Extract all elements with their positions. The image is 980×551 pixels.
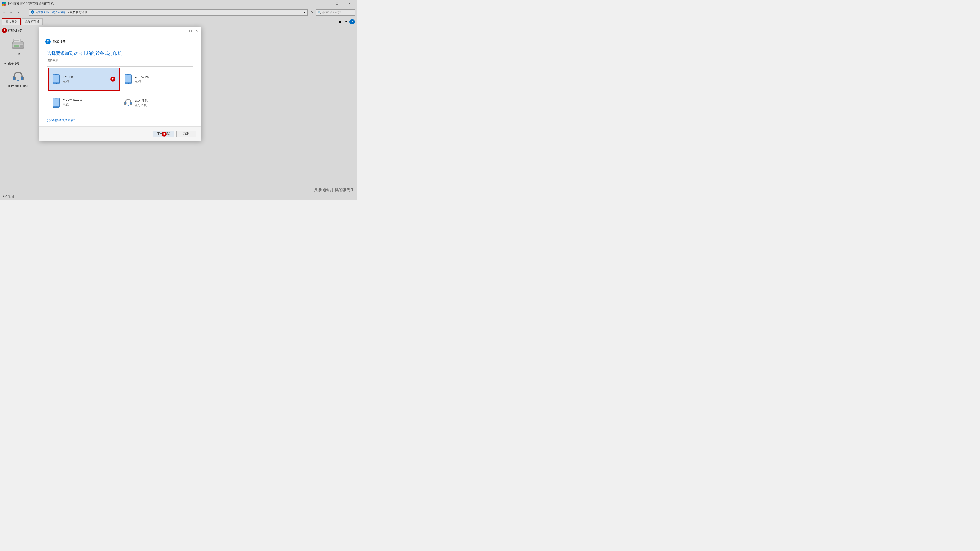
svg-point-28 <box>56 83 57 84</box>
modal-main-title: 选择要添加到这台电脑的设备或打印机 <box>47 51 193 56</box>
modal-minimize-button[interactable]: — <box>181 28 187 34</box>
svg-rect-29 <box>55 75 57 75</box>
iphone-item[interactable]: iPhone 电话 2 <box>48 68 120 91</box>
oppo-reno-info: OPPO Reno2 Z 电话 <box>63 98 85 107</box>
modal-titlebar: — ☐ ✕ <box>39 27 201 35</box>
svg-rect-37 <box>53 98 59 106</box>
oppo-reno-item[interactable]: OPPO Reno2 Z 电话 <box>48 91 120 114</box>
oppo-a52-item[interactable]: OPPO A52 电话 <box>120 68 192 91</box>
cancel-button[interactable]: 取消 <box>177 130 196 137</box>
svg-rect-43 <box>130 102 132 104</box>
oppo-a52-icon <box>124 74 132 84</box>
oppo-reno-icon <box>52 97 60 108</box>
oppo-a52-name: OPPO A52 <box>135 75 151 79</box>
bt-headphone-type: 蓝牙耳机 <box>135 103 148 107</box>
bt-headphone-icon <box>124 97 132 108</box>
svg-rect-32 <box>126 75 131 82</box>
cancel-button-label: 取消 <box>183 132 189 135</box>
oppo-a52-info: OPPO A52 电话 <box>135 75 151 83</box>
modal-header-title: 添加设备 <box>53 40 66 44</box>
bt-headphone-info: 蓝牙耳机 蓝牙耳机 <box>135 98 148 107</box>
iphone-info: iPhone 电话 <box>63 75 73 83</box>
modal-header: ⚙ 添加设备 <box>39 35 201 46</box>
svg-rect-39 <box>55 98 57 98</box>
step2-number: 2 <box>110 77 115 81</box>
oppo-reno-name: OPPO Reno2 Z <box>63 98 85 102</box>
add-device-modal: — ☐ ✕ ⚙ 添加设备 选择要添加到这台电脑的设备或打印机 选择设备 <box>39 27 201 141</box>
oppo-reno-type: 电话 <box>63 103 85 107</box>
iphone-icon <box>52 74 60 84</box>
modal-header-icon: ⚙ <box>45 39 51 44</box>
iphone-name: iPhone <box>63 75 73 79</box>
iphone-type: 电话 <box>63 79 73 83</box>
bt-headphone-name: 蓝牙耳机 <box>135 98 148 103</box>
step3-number: 3 <box>162 132 167 137</box>
svg-rect-41 <box>125 102 126 104</box>
modal-overlay: — ☐ ✕ ⚙ 添加设备 选择要添加到这台电脑的设备或打印机 选择设备 <box>0 0 357 200</box>
modal-subtitle: 选择设备 <box>47 58 193 62</box>
modal-footer: 下一步(N) 取消 3 <box>39 126 201 141</box>
devices-list: iPhone 电话 2 <box>47 67 193 115</box>
svg-rect-34 <box>127 75 129 75</box>
bt-headphone-item[interactable]: 蓝牙耳机 蓝牙耳机 <box>120 91 192 114</box>
svg-point-38 <box>56 106 57 107</box>
modal-body: 选择要添加到这台电脑的设备或打印机 选择设备 <box>39 46 201 126</box>
svg-point-33 <box>128 83 129 84</box>
modal-close-button[interactable]: ✕ <box>194 28 200 34</box>
not-found-link[interactable]: 找不到要查找的内容? <box>47 118 193 122</box>
svg-rect-27 <box>53 75 59 82</box>
svg-text:⚙: ⚙ <box>46 40 50 43</box>
modal-restore-button[interactable]: ☐ <box>187 28 194 34</box>
svg-point-44 <box>128 105 129 106</box>
oppo-a52-type: 电话 <box>135 79 151 83</box>
